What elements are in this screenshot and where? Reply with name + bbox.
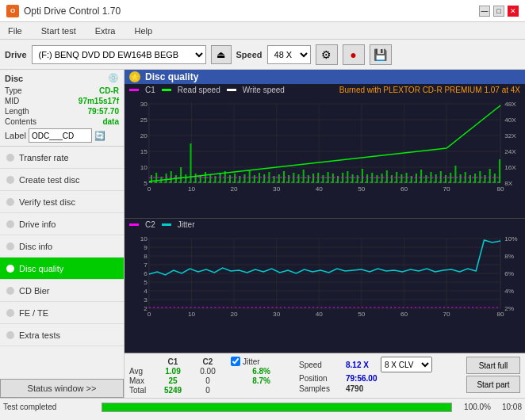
svg-rect-39	[155, 173, 157, 183]
sidebar-item-label: Drive info	[19, 220, 56, 229]
svg-rect-59	[254, 175, 255, 183]
svg-text:40X: 40X	[504, 116, 516, 124]
sidebar-item-label: Verify test disc	[19, 197, 75, 207]
label-icon[interactable]: 🔄	[94, 131, 105, 141]
c1-header: C1	[156, 357, 190, 366]
speed-label: Speed	[236, 50, 262, 59]
sidebar-item-create-test-disc[interactable]: Create test disc	[0, 169, 124, 191]
eject-button[interactable]: ⏏	[211, 45, 232, 64]
svg-rect-75	[332, 174, 334, 183]
burned-info: Burned with PLEXTOR CD-R PREMIUM 1.07 at…	[339, 86, 520, 94]
sidebar-item-label: CD Bier	[19, 286, 50, 296]
samples-value: 4790	[346, 384, 363, 393]
svg-text:25: 25	[140, 116, 148, 124]
c2-legend-label: C2	[145, 220, 155, 229]
stats-panel: C1 C2 Jitter Avg 1.09 0.00 6.8%	[125, 353, 525, 398]
svg-rect-101	[460, 174, 462, 183]
svg-text:20: 20	[140, 132, 148, 139]
sidebar-item-label: Disc info	[19, 242, 52, 251]
status-percent: 100.0%	[455, 403, 491, 411]
svg-rect-98	[445, 175, 446, 183]
svg-text:30: 30	[140, 101, 148, 108]
nav-dot	[6, 242, 14, 250]
svg-rect-71	[312, 174, 314, 183]
svg-text:20: 20	[231, 311, 239, 318]
jitter-checkbox[interactable]	[231, 357, 240, 366]
menu-help[interactable]: Help	[129, 25, 157, 37]
write-speed-color	[227, 89, 236, 91]
record-button[interactable]: ●	[343, 44, 365, 65]
nav-dot	[6, 309, 14, 317]
drive-select[interactable]: (F:) BENQ DVD DD EW164B BEGB	[32, 45, 206, 64]
contents-label: Contents	[5, 117, 36, 126]
svg-text:0: 0	[148, 185, 151, 191]
max-c1: 25	[156, 376, 190, 385]
svg-text:5: 5	[144, 279, 148, 286]
maximize-button[interactable]: □	[493, 6, 504, 17]
svg-text:10: 10	[188, 311, 196, 318]
start-part-button[interactable]: Start part	[466, 376, 520, 393]
svg-text:10: 10	[140, 235, 148, 242]
svg-text:60: 60	[400, 311, 408, 318]
svg-rect-107	[489, 169, 491, 183]
menu-file[interactable]: File	[3, 25, 27, 37]
drive-label: Drive	[5, 50, 27, 59]
status-time: 10:08	[494, 403, 522, 411]
svg-rect-80	[357, 175, 358, 183]
svg-rect-47	[195, 174, 197, 183]
svg-rect-79	[352, 174, 354, 183]
sidebar-item-label: Disc quality	[19, 264, 63, 273]
settings-button[interactable]: ⚙	[316, 44, 338, 65]
svg-rect-84	[376, 175, 377, 183]
type-value: CD-R	[99, 86, 119, 95]
svg-text:10: 10	[140, 164, 148, 171]
position-label: Position	[299, 374, 343, 383]
jitter-legend-color	[162, 223, 171, 226]
progress-bar-fill	[102, 403, 451, 411]
speed-label: Speed	[299, 361, 343, 369]
svg-rect-69	[303, 170, 305, 183]
sidebar-item-verify-test-disc[interactable]: Verify test disc	[0, 191, 124, 213]
svg-rect-55	[234, 174, 236, 183]
close-button[interactable]: ✕	[508, 6, 519, 17]
svg-rect-73	[322, 175, 324, 183]
c1-legend-color	[129, 89, 139, 91]
sidebar-item-transfer-rate[interactable]: Transfer rate	[0, 147, 124, 169]
speed-select[interactable]: 48 X	[267, 45, 311, 64]
speed-dropdown[interactable]: 8 X CLV	[381, 357, 432, 372]
svg-text:60: 60	[400, 185, 408, 191]
nav-dot	[6, 331, 14, 339]
svg-rect-104	[474, 174, 476, 183]
sidebar-item-disc-info[interactable]: Disc info	[0, 235, 124, 258]
svg-rect-76	[337, 176, 339, 183]
contents-value: data	[102, 117, 119, 126]
sidebar-item-drive-info[interactable]: Drive info	[0, 213, 124, 235]
mid-value: 97m15s17f	[79, 97, 119, 105]
status-window-button[interactable]: Status window >>	[0, 379, 124, 398]
menu-start-test[interactable]: Start test	[36, 25, 81, 37]
svg-text:20: 20	[231, 185, 239, 191]
sidebar-item-cd-bier[interactable]: CD Bier	[0, 280, 124, 302]
save-button[interactable]: 💾	[370, 44, 392, 65]
c2-header: C2	[191, 357, 224, 366]
minimize-button[interactable]: —	[479, 6, 490, 17]
chart2-svg: 10 9 8 7 6 5 4 3 2 10% 8% 6% 4% 2% 0 10 …	[125, 231, 525, 318]
disc-title: Disc	[5, 74, 23, 83]
menu-extra[interactable]: Extra	[90, 25, 121, 37]
sidebar: Disc 💿 Type CD-R MID 97m15s17f Length 79…	[0, 70, 125, 398]
svg-rect-64	[278, 174, 280, 183]
svg-rect-100	[454, 166, 456, 183]
avg-c2: 0.00	[191, 367, 224, 376]
svg-rect-96	[435, 174, 437, 183]
sidebar-item-extra-tests[interactable]: Extra tests	[0, 324, 124, 346]
sidebar-item-disc-quality[interactable]: Disc quality	[0, 258, 124, 280]
svg-rect-108	[494, 174, 496, 183]
status-text: Test completed	[3, 403, 98, 411]
svg-text:6: 6	[144, 270, 148, 277]
sidebar-item-fe-te[interactable]: FE / TE	[0, 302, 124, 324]
start-full-button[interactable]: Start full	[466, 357, 520, 374]
toolbar: Drive (F:) BENQ DVD DD EW164B BEGB ⏏ Spe…	[0, 40, 525, 70]
svg-text:15: 15	[140, 148, 148, 155]
label-input[interactable]	[29, 128, 92, 143]
svg-rect-56	[239, 176, 240, 183]
